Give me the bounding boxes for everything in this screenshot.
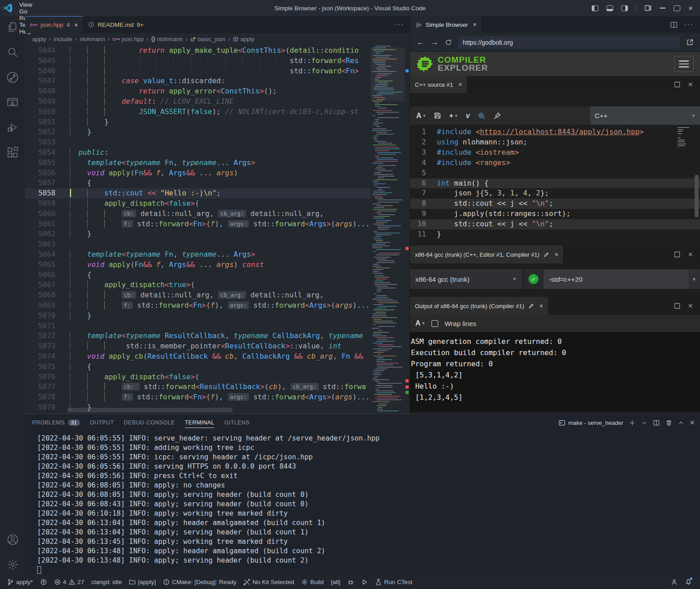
code-line[interactable]: 5069 f: std::forward<Fn>(f), args: std::… — [25, 301, 410, 311]
close-icon[interactable]: × — [458, 81, 462, 88]
toggle-panel-icon[interactable] — [606, 5, 613, 11]
code-line[interactable]: 5051 } — [25, 117, 410, 127]
code-line[interactable]: 5066 { — [25, 270, 410, 280]
breadcrumb-item-basic_json[interactable]: basic_json — [190, 36, 225, 42]
activitybar-cmake[interactable] — [6, 96, 19, 109]
tab-readme.md[interactable]: README.md9+ — [83, 16, 149, 33]
ce-code-line[interactable]: 8 std::cout << j << "\n"; — [410, 199, 700, 209]
editor-actions-more-icon[interactable]: ··· — [394, 16, 410, 33]
status-cmake-build[interactable]: Build — [298, 575, 327, 589]
customize-layout-icon[interactable] — [645, 4, 652, 12]
code-editor[interactable]: 5044 return apply_make_tuple<ConstThis>(… — [25, 45, 410, 414]
close-panel-icon[interactable]: × — [690, 418, 695, 428]
compiler-options-input[interactable]: -std=c++20 — [543, 269, 688, 289]
forward-icon[interactable]: → — [431, 38, 439, 47]
code-line[interactable]: 5053 — [25, 137, 410, 148]
more-actions-icon[interactable]: ··· — [684, 21, 694, 29]
ce-code-line[interactable]: 10 std::cout << j << "\n"; — [410, 219, 700, 229]
save-icon[interactable] — [434, 112, 441, 119]
wrap-lines-checkbox[interactable] — [431, 320, 438, 327]
code-line[interactable]: 5078 f: std::forward<Fn>(f), args: std::… — [25, 392, 410, 403]
tab-json.hpp[interactable]: C++json.hpp4× — [25, 16, 83, 33]
ce-code-line[interactable]: 6int main() { — [410, 178, 700, 189]
code-line[interactable]: 5057 { — [25, 178, 410, 188]
maximize-pane-icon[interactable] — [674, 81, 681, 88]
ce-code-line[interactable]: 5 — [410, 168, 700, 178]
activitybar-extensions[interactable] — [6, 146, 19, 159]
ce-code-line[interactable]: 9 j.apply(std::ranges::sort); — [410, 209, 700, 219]
code-line[interactable]: 5077 cb: std::forward<ResultCallback>(cb… — [25, 382, 410, 392]
menu-view[interactable]: View — [15, 1, 48, 8]
code-line[interactable]: 5070 } — [25, 311, 410, 321]
activitybar-source-control[interactable] — [6, 71, 19, 84]
code-line[interactable]: 5058 std::cout << "Hello :-)\n"; — [25, 188, 410, 199]
status-notifications[interactable] — [681, 575, 696, 589]
reload-icon[interactable] — [445, 39, 452, 46]
split-editor-icon[interactable] — [670, 21, 678, 29]
ce-minimap[interactable] — [678, 127, 690, 150]
zoom-icon[interactable] — [478, 112, 486, 120]
status-cmake-project[interactable]: [apply] — [125, 575, 159, 589]
code-line[interactable]: 5059 apply_dispatch<false>( — [25, 199, 410, 209]
code-line[interactable]: 5062 } — [25, 229, 410, 239]
code-line[interactable]: 5068 cb: detail::null_arg, cb_arg: detai… — [25, 290, 410, 301]
vim-toggle-button[interactable]: v — [466, 112, 470, 120]
panel-tab-debug-console[interactable]: DEBUG CONSOLE — [124, 414, 175, 431]
ce-source-tab[interactable]: C++ source #1 × — [410, 76, 467, 93]
close-icon[interactable]: × — [539, 302, 543, 309]
panel-tab-terminal[interactable]: TERMINAL — [185, 414, 214, 431]
breadcrumb-item-nlohmann[interactable]: {}nlohmann — [151, 36, 183, 42]
ce-output-tab[interactable]: Output of x86-64 gcc (trunk) (Compiler #… — [410, 297, 548, 315]
rename-icon[interactable] — [543, 252, 549, 258]
status-cmake-kit[interactable]: No Kit Selected — [240, 575, 298, 589]
maximize-icon[interactable] — [674, 5, 680, 11]
ce-code-line[interactable]: 11} — [410, 229, 700, 240]
status-cmake-status[interactable]: CMake: [Debug]: Ready — [159, 575, 240, 589]
breadcrumb-item-nlohmann[interactable]: nlohmann — [80, 36, 105, 42]
new-terminal-icon[interactable] — [629, 420, 636, 426]
code-line[interactable]: 5064 template<typename Fn, typename... A… — [25, 250, 410, 260]
terminal-picker[interactable]: make - serve_header — [559, 420, 623, 426]
ce-code-line[interactable]: 4#include <ranges> — [410, 158, 700, 168]
code-line[interactable]: 5061 f: std::forward<Fn>(f), args: std::… — [25, 219, 410, 229]
breadcrumb-item-include[interactable]: include — [54, 36, 72, 42]
rename-icon[interactable] — [528, 303, 534, 309]
terminal[interactable]: [2022-04-30 06:05:55] INFO: serve_header… — [25, 431, 700, 575]
minimize-icon[interactable] — [660, 8, 666, 8]
add-pane-button[interactable]: +▼ — [449, 112, 458, 120]
ce-compiler-tab[interactable]: x86-64 gcc (trunk) (C++, Editor #1, Comp… — [410, 246, 563, 263]
options-dropdown-icon[interactable]: ▼ — [688, 269, 700, 289]
hamburger-menu-icon[interactable] — [674, 56, 694, 72]
split-terminal-icon[interactable] — [653, 420, 660, 426]
maximize-pane-icon[interactable] — [674, 251, 681, 258]
close-icon[interactable]: × — [555, 251, 558, 258]
code-line[interactable]: 5063 — [25, 239, 410, 250]
breadcrumb-item-apply[interactable]: apply — [32, 36, 46, 42]
code-line[interactable]: 5076 apply_dispatch<false>( — [25, 372, 410, 382]
code-line[interactable]: 5071 — [25, 321, 410, 331]
activitybar-search[interactable] — [6, 46, 19, 59]
font-size-button[interactable]: A▼ — [416, 112, 426, 120]
activitybar-settings[interactable] — [6, 558, 19, 571]
activitybar-run-and-debug[interactable] — [6, 121, 19, 134]
close-pane-icon[interactable]: × — [688, 80, 693, 89]
status-publish[interactable] — [37, 575, 51, 589]
open-external-icon[interactable] — [686, 38, 694, 46]
code-line[interactable]: 5056 void apply(Fn&& f, Args&& ... args) — [25, 168, 410, 178]
minimap[interactable] — [371, 45, 405, 414]
code-line[interactable]: 5067 apply_dispatch<true>( — [25, 280, 410, 290]
ce-logo[interactable]: COMPILER EXPLORER — [416, 55, 488, 73]
toggle-secondary-sidebar-icon[interactable] — [621, 5, 628, 11]
status-problems[interactable]: 427 — [51, 575, 88, 589]
browser-scrollbar[interactable] — [695, 175, 699, 217]
status-debug-target[interactable] — [344, 575, 358, 589]
language-select[interactable]: C++ ▼ — [590, 106, 700, 125]
compiler-select[interactable]: x86-64 gcc (trunk) ▼ — [410, 269, 522, 289]
back-icon[interactable]: ← — [416, 38, 424, 47]
code-line[interactable]: 5065 void apply(Fn&& f, Args&& ... args)… — [25, 260, 410, 270]
panel-tab-problems[interactable]: PROBLEMS31 — [32, 414, 80, 431]
terminal-dropdown-icon[interactable] — [641, 420, 647, 426]
ce-code-line[interactable]: 1#include <https://localhost:8443/apply/… — [410, 127, 700, 137]
code-line[interactable]: 5073 std::is_member_pointer<ResultCallba… — [25, 341, 410, 352]
code-line[interactable]: 5055 template<typename Fn, typename... A… — [25, 158, 410, 168]
